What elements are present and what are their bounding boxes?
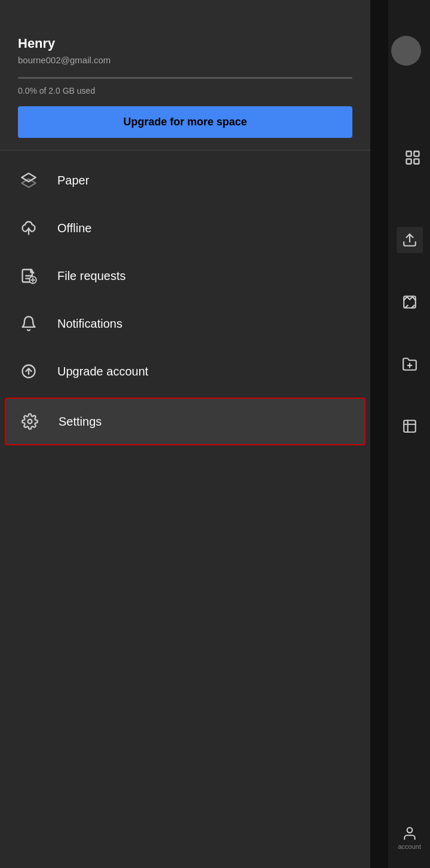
right-action-icons <box>397 227 423 439</box>
share-icon[interactable] <box>397 289 423 315</box>
upgrade-space-button[interactable]: Upgrade for more space <box>18 106 352 138</box>
profile-section: Henry bourne002@gmail.com 0.0% of 2.0 GB… <box>0 0 370 150</box>
svg-rect-1 <box>414 152 419 156</box>
svg-rect-8 <box>404 420 416 432</box>
paper-icon <box>18 170 39 191</box>
settings-label: Settings <box>59 415 102 429</box>
grid-icon-container <box>404 149 421 168</box>
file-requests-label: File requests <box>57 269 126 283</box>
sidebar-item-offline[interactable]: Offline <box>0 204 370 252</box>
file-requests-icon <box>18 265 39 287</box>
account-label: account <box>398 843 421 850</box>
offline-label: Offline <box>57 221 91 235</box>
svg-marker-11 <box>22 179 35 187</box>
sidebar-item-upgrade-account[interactable]: Upgrade account <box>0 347 370 395</box>
svg-point-19 <box>28 420 32 424</box>
paper-label: Paper <box>57 174 89 187</box>
svg-rect-3 <box>414 159 419 164</box>
offline-icon <box>18 217 39 239</box>
upgrade-account-icon <box>18 361 39 382</box>
grid-icon[interactable] <box>404 149 421 166</box>
notifications-icon <box>18 313 39 334</box>
sidebar-item-notifications[interactable]: Notifications <box>0 300 370 347</box>
sidebar-item-file-requests[interactable]: File requests <box>0 252 370 300</box>
svg-rect-2 <box>407 159 411 164</box>
upgrade-account-label: Upgrade account <box>57 365 148 378</box>
svg-rect-0 <box>407 152 411 156</box>
user-email: bourne002@gmail.com <box>18 55 352 65</box>
settings-icon <box>19 411 41 432</box>
sidebar-item-settings[interactable]: Settings <box>5 398 366 445</box>
svg-point-9 <box>407 827 412 833</box>
sidebar-item-paper[interactable]: Paper <box>0 156 370 204</box>
bottom-account[interactable]: account <box>398 826 421 850</box>
upload-icon[interactable] <box>397 227 423 253</box>
notifications-label: Notifications <box>57 317 122 331</box>
storage-bar <box>18 77 352 79</box>
menu-section: Paper Offline <box>0 150 370 868</box>
add-folder-icon[interactable] <box>397 351 423 377</box>
svg-marker-10 <box>22 173 35 181</box>
user-name: Henry <box>18 36 352 51</box>
scan-icon[interactable] <box>397 413 423 439</box>
avatar[interactable] <box>391 36 421 66</box>
storage-text: 0.0% of 2.0 GB used <box>18 86 352 96</box>
drawer: Henry bourne002@gmail.com 0.0% of 2.0 GB… <box>0 0 370 868</box>
